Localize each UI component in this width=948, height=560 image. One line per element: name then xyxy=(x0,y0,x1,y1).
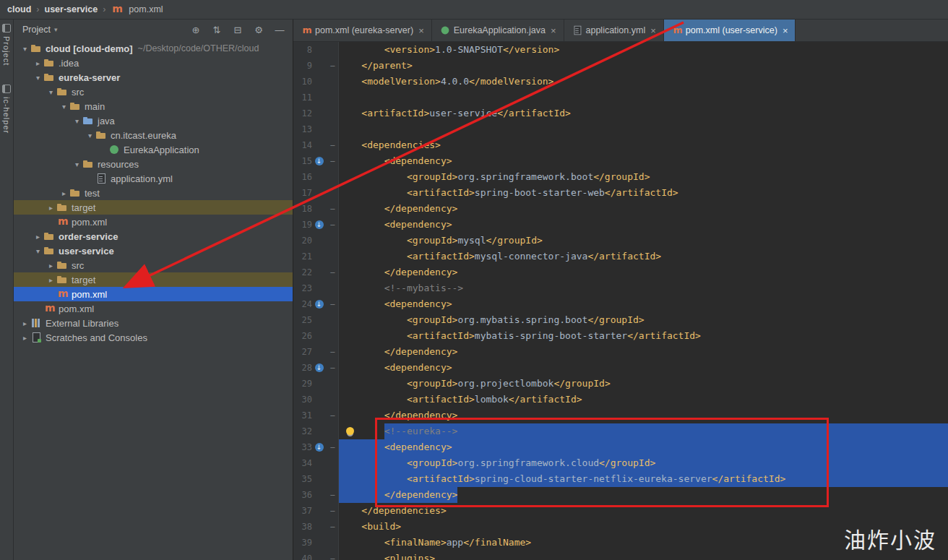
line-number[interactable]: 31 xyxy=(293,408,312,423)
line-number[interactable]: 19 xyxy=(293,217,312,233)
tree-item-target[interactable]: ▸target xyxy=(14,272,293,287)
fold-marker-icon[interactable]: − xyxy=(326,137,339,153)
tree-item-main[interactable]: ▾main xyxy=(14,99,293,113)
fold-marker-icon[interactable]: − xyxy=(326,503,339,519)
code-text[interactable]: <groupId>org.mybatis.spring.boot</groupI… xyxy=(339,312,948,328)
expand-collapse-icon[interactable] xyxy=(211,25,223,35)
code-text[interactable]: </dependency> xyxy=(339,264,948,280)
code-text[interactable]: <!--eureka--> xyxy=(339,423,948,439)
line-number[interactable]: 17 xyxy=(293,185,312,201)
line-number[interactable]: 23 xyxy=(293,280,312,296)
fold-marker-icon[interactable]: − xyxy=(326,217,339,233)
fold-marker-icon[interactable]: − xyxy=(326,296,339,312)
fold-marker-icon[interactable]: − xyxy=(326,264,339,280)
editor-tab-pom-xml-eureka-server[interactable]: pom.xml (eureka-server)× xyxy=(293,20,432,41)
code-text[interactable]: <!--mybatis--> xyxy=(339,280,948,296)
tree-item-pom-xml[interactable]: pom.xml xyxy=(14,301,293,316)
tree-item-external-libraries[interactable]: ▸External Libraries xyxy=(14,316,293,330)
line-number[interactable]: 35 xyxy=(293,471,312,487)
code-text[interactable]: <build> xyxy=(339,519,948,535)
collapse-all-icon[interactable] xyxy=(232,25,244,35)
code-text[interactable]: <groupId>mysql</groupId> xyxy=(339,233,948,249)
close-tab-icon[interactable]: × xyxy=(650,26,656,35)
line-number[interactable]: 10 xyxy=(293,74,312,90)
chevron-down-icon[interactable]: ▾ xyxy=(33,247,43,255)
fold-marker-icon[interactable]: − xyxy=(326,439,339,455)
line-number[interactable]: 37 xyxy=(293,503,312,519)
chevron-right-icon[interactable]: ▸ xyxy=(20,334,30,342)
tree-item-target[interactable]: ▸target xyxy=(14,200,293,215)
line-number[interactable]: 27 xyxy=(293,344,312,360)
fold-marker-icon[interactable]: − xyxy=(326,58,339,74)
code-text[interactable]: <modelVersion>4.0.0</modelVersion> xyxy=(339,74,948,90)
tree-item-pom-xml[interactable]: pom.xml xyxy=(14,287,293,301)
line-number[interactable]: 12 xyxy=(293,105,312,121)
tree-item-scratches-and-consoles[interactable]: ▸Scratches and Consoles xyxy=(14,330,293,345)
code-text[interactable]: <artifactId>spring-boot-starter-web</art… xyxy=(339,185,948,201)
line-number[interactable]: 14 xyxy=(293,137,312,153)
code-editor[interactable]: 8 <version>1.0-SNAPSHOT</version>9− </pa… xyxy=(293,42,948,560)
maven-dependency-icon[interactable]: ↓ xyxy=(315,157,324,165)
chevron-down-icon[interactable]: ▾ xyxy=(20,45,30,53)
chevron-right-icon[interactable]: ▸ xyxy=(33,59,43,67)
line-number[interactable]: 21 xyxy=(293,249,312,264)
editor-tab-eurekaapplication-java[interactable]: EurekaApplication.java× xyxy=(432,20,564,41)
chevron-down-icon[interactable]: ▾ xyxy=(72,160,82,168)
line-number[interactable]: 36 xyxy=(293,487,312,503)
code-text[interactable]: </dependency> xyxy=(339,201,948,217)
tool-button-project[interactable]: Project xyxy=(2,24,11,66)
chevron-down-icon[interactable]: ▾ xyxy=(72,117,82,125)
fold-marker-icon[interactable]: − xyxy=(326,344,339,360)
maven-dependency-icon[interactable]: ↓ xyxy=(315,443,324,452)
line-number[interactable]: 16 xyxy=(293,169,312,185)
line-number[interactable]: 13 xyxy=(293,121,312,137)
line-number[interactable]: 8 xyxy=(293,42,312,58)
line-number[interactable]: 39 xyxy=(293,535,312,551)
line-number[interactable]: 18 xyxy=(293,201,312,217)
code-text[interactable]: <dependency> xyxy=(339,153,948,169)
line-number[interactable]: 20 xyxy=(293,233,312,249)
fold-marker-icon[interactable]: − xyxy=(326,360,339,376)
code-text[interactable]: </dependency> xyxy=(339,344,948,360)
tool-button-helper[interactable]: ic-helper xyxy=(2,85,11,134)
tree-item-src[interactable]: ▸src xyxy=(14,258,293,272)
close-tab-icon[interactable]: × xyxy=(551,26,556,35)
tree-item-src[interactable]: ▾src xyxy=(14,85,293,99)
intention-bulb-icon[interactable] xyxy=(346,427,354,435)
hide-panel-icon[interactable] xyxy=(274,25,285,35)
breadcrumb-module[interactable]: user-service xyxy=(45,4,98,14)
line-number[interactable]: 34 xyxy=(293,455,312,471)
line-number[interactable]: 29 xyxy=(293,376,312,392)
chevron-right-icon[interactable]: ▸ xyxy=(20,319,30,327)
fold-marker-icon[interactable]: − xyxy=(326,201,339,217)
line-number[interactable]: 30 xyxy=(293,392,312,408)
code-text[interactable]: <plugins> xyxy=(339,551,948,560)
chevron-right-icon[interactable]: ▸ xyxy=(33,233,43,241)
code-text[interactable]: <artifactId>lombok</artifactId> xyxy=(339,392,948,408)
line-number[interactable]: 9 xyxy=(293,58,312,74)
fold-marker-icon[interactable]: − xyxy=(326,551,339,560)
line-number[interactable]: 22 xyxy=(293,264,312,280)
code-text[interactable]: <artifactId>user-service</artifactId> xyxy=(339,105,948,121)
chevron-right-icon[interactable]: ▸ xyxy=(59,189,69,197)
maven-dependency-icon[interactable]: ↓ xyxy=(315,363,324,372)
code-text[interactable]: </dependency> xyxy=(339,408,948,423)
line-number[interactable]: 11 xyxy=(293,90,312,105)
fold-marker-icon[interactable]: − xyxy=(326,487,339,503)
tree-item-java[interactable]: ▾java xyxy=(14,113,293,128)
line-number[interactable]: 28 xyxy=(293,360,312,376)
locate-file-icon[interactable] xyxy=(190,25,202,35)
fold-marker-icon[interactable]: − xyxy=(326,153,339,169)
code-text[interactable]: <groupId>org.springframework.boot</group… xyxy=(339,169,948,185)
line-number[interactable]: 32 xyxy=(293,423,312,439)
code-text[interactable]: <dependency> xyxy=(339,439,948,455)
tree-item-application-yml[interactable]: application.yml xyxy=(14,171,293,186)
tree-item-test[interactable]: ▸test xyxy=(14,186,293,200)
chevron-down-icon[interactable]: ▾ xyxy=(54,26,58,33)
line-number[interactable]: 40 xyxy=(293,551,312,560)
editor-tab-pom-xml-user-service[interactable]: pom.xml (user-service)× xyxy=(664,20,796,41)
code-text[interactable]: </dependency> xyxy=(339,487,948,503)
chevron-down-icon[interactable]: ▾ xyxy=(59,103,69,111)
tree-item-order-service[interactable]: ▸order-service xyxy=(14,229,293,244)
tree-item-resources[interactable]: ▾resources xyxy=(14,157,293,171)
